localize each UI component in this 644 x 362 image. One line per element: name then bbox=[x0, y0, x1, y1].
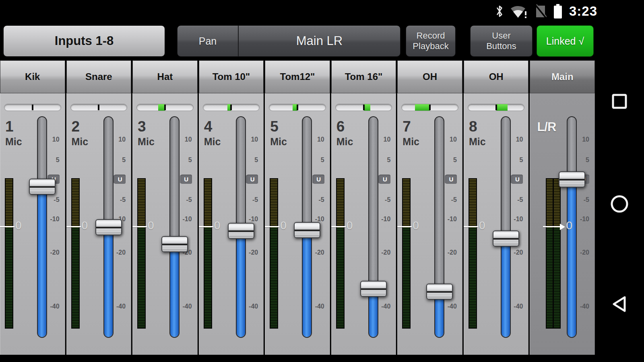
fader-handle[interactable] bbox=[228, 223, 254, 239]
channel-source-label: Mic bbox=[336, 136, 353, 148]
pan-slider[interactable] bbox=[269, 104, 326, 111]
main-lr-button[interactable]: Main LR bbox=[239, 26, 400, 56]
back-icon[interactable] bbox=[610, 295, 629, 313]
pan-slider[interactable] bbox=[203, 104, 260, 111]
channel-source-label: Mic bbox=[469, 136, 486, 148]
unity-gain-badge: U bbox=[379, 175, 390, 184]
pan-slider[interactable] bbox=[136, 104, 194, 111]
level-meter bbox=[270, 178, 278, 329]
pan-center-tick bbox=[297, 105, 298, 110]
fader-fill bbox=[38, 187, 46, 337]
fader-fill bbox=[170, 244, 179, 337]
pan-button[interactable]: Pan bbox=[178, 26, 239, 56]
fader-handle[interactable] bbox=[360, 281, 387, 297]
channel-header-7[interactable]: OH bbox=[397, 60, 462, 93]
channel-number: 6 bbox=[336, 118, 345, 135]
level-meter bbox=[469, 178, 477, 329]
pan-fill bbox=[496, 104, 508, 111]
unity-gain-badge: U bbox=[313, 175, 324, 184]
fader-track[interactable] bbox=[501, 116, 511, 338]
main-fader-handle[interactable] bbox=[559, 171, 585, 187]
fader-handle[interactable] bbox=[161, 236, 188, 252]
fader-fill bbox=[303, 230, 311, 337]
channel-header-3[interactable]: Hat bbox=[132, 60, 198, 93]
channel-source-label: Mic bbox=[138, 136, 155, 148]
meter-zero-line bbox=[132, 226, 147, 227]
fader-fill bbox=[237, 231, 245, 337]
main-header[interactable]: Main bbox=[530, 60, 595, 93]
channel-strip-8: 8 Mic 0 105 -5-10 -20-40 U bbox=[464, 93, 529, 355]
channel-header-5[interactable]: Tom12" bbox=[265, 60, 330, 93]
pan-slider[interactable] bbox=[401, 104, 458, 111]
inputs-1-8-button[interactable]: Inputs 1-8 bbox=[3, 25, 165, 57]
channel-strip-1: 1 Mic 0 105 -5-10 -20-40 U bbox=[0, 93, 65, 355]
level-meter bbox=[5, 178, 13, 329]
meter-zero-arrow bbox=[560, 224, 565, 230]
channel-strip-4: 4 Mic 0 105 -5-10 -20-40 U bbox=[199, 93, 264, 355]
bluetooth-icon bbox=[495, 4, 504, 19]
channel-strip-2: 2 Mic 0 105 -5-10 -20-40 U bbox=[66, 93, 132, 355]
linked-toggle-button[interactable]: Linked √ bbox=[537, 25, 594, 57]
bottom-spacer bbox=[0, 355, 595, 362]
meter-zero-label: 0 bbox=[15, 219, 22, 232]
fader-handle[interactable] bbox=[95, 219, 122, 235]
no-sim-icon bbox=[535, 4, 547, 19]
channel-header-8[interactable]: OH bbox=[464, 60, 529, 93]
pan-slider[interactable] bbox=[4, 104, 61, 111]
pan-center-tick bbox=[495, 105, 497, 110]
meter-zero-line bbox=[397, 226, 412, 227]
channel-source-label: Mic bbox=[270, 136, 287, 148]
unity-gain-badge: U bbox=[446, 175, 457, 184]
channel-strip-7: 7 Mic 0 105 -5-10 -20-40 U bbox=[397, 93, 462, 355]
channel-header-6[interactable]: Tom 16" bbox=[331, 60, 396, 93]
level-meter bbox=[336, 178, 345, 329]
meter-zero-label: 0 bbox=[280, 219, 287, 232]
main-level-meter bbox=[546, 178, 561, 329]
record-playback-button[interactable]: RecordPlayback bbox=[406, 25, 456, 57]
pan-center-tick bbox=[32, 105, 33, 110]
fader-track[interactable] bbox=[434, 116, 444, 338]
main-lr-label: L/R bbox=[537, 120, 556, 134]
main-strip: L/R 0 105 -5-10 -20-40 U bbox=[530, 93, 595, 355]
home-icon[interactable] bbox=[610, 194, 629, 214]
channel-source-label: Mic bbox=[5, 136, 22, 148]
fader-handle[interactable] bbox=[493, 230, 519, 247]
channel-source-label: Mic bbox=[402, 136, 419, 148]
unity-gain-badge: U bbox=[114, 175, 126, 184]
channel-header-2[interactable]: Snare bbox=[66, 60, 132, 93]
fader-track[interactable] bbox=[169, 116, 180, 338]
meter-zero-label: 0 bbox=[148, 219, 154, 232]
channel-number: 2 bbox=[72, 118, 80, 135]
fader-track[interactable] bbox=[368, 116, 378, 338]
fader-fill bbox=[502, 239, 510, 337]
unity-gain-badge: U bbox=[181, 175, 192, 184]
meter-zero-label: 0 bbox=[566, 219, 572, 232]
recents-icon[interactable] bbox=[611, 93, 627, 109]
fader-handle[interactable] bbox=[29, 179, 56, 195]
meter-zero-label: 0 bbox=[413, 219, 419, 232]
pan-slider[interactable] bbox=[468, 104, 525, 111]
channel-strip-3: 3 Mic 0 105 -5-10 -20-40 U bbox=[132, 93, 198, 355]
channel-number: 1 bbox=[5, 118, 14, 135]
fader-handle[interactable] bbox=[294, 222, 320, 238]
channel-strip-5: 5 Mic 0 105 -5-10 -20-40 U bbox=[265, 93, 330, 355]
meter-zero-line bbox=[0, 226, 14, 227]
pan-center-tick bbox=[230, 105, 232, 110]
channel-header-row: Kik Snare Hat Tom 10" Tom12" Tom 16" OH … bbox=[0, 60, 595, 93]
user-buttons-button[interactable]: UserButtons bbox=[470, 25, 533, 57]
pan-slider[interactable] bbox=[70, 104, 128, 111]
meter-zero-label: 0 bbox=[214, 219, 221, 232]
fader-track[interactable] bbox=[37, 116, 47, 338]
pan-slider[interactable] bbox=[335, 104, 392, 111]
channel-number: 8 bbox=[469, 118, 477, 135]
channel-header-1[interactable]: Kik bbox=[0, 60, 65, 93]
fader-handle[interactable] bbox=[426, 284, 453, 300]
level-meter bbox=[137, 178, 146, 329]
channel-header-4[interactable]: Tom 10" bbox=[199, 60, 264, 93]
meter-zero-line bbox=[464, 226, 478, 227]
android-nav-bar bbox=[595, 22, 644, 362]
channel-number: 5 bbox=[270, 118, 279, 135]
battery-icon bbox=[553, 4, 563, 19]
meter-zero-label: 0 bbox=[347, 219, 353, 232]
channel-number: 7 bbox=[402, 118, 411, 135]
